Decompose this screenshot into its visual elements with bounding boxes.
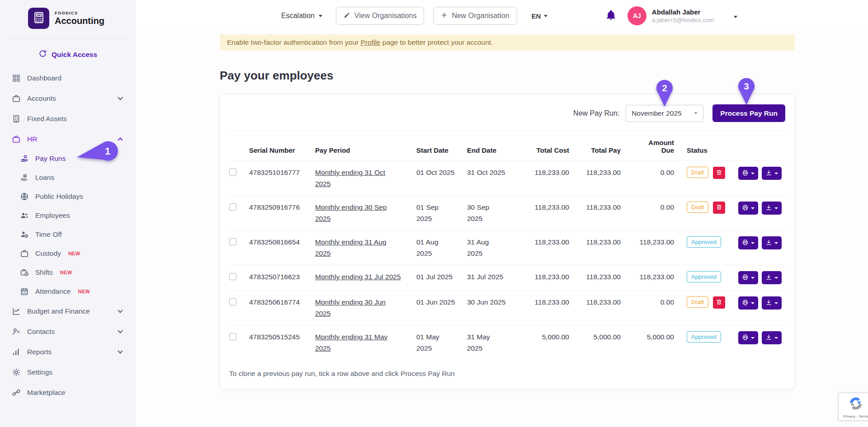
sidebar-item-time-off[interactable]: Time Off xyxy=(0,225,136,244)
header-row: Serial NumberPay PeriodStart DateEnd Dat… xyxy=(229,131,785,161)
refresh-icon xyxy=(38,49,47,60)
pay-period-link[interactable]: Monthly ending 31 Jul 2025 xyxy=(315,273,401,281)
download-dropdown-button[interactable] xyxy=(762,271,782,284)
print-dropdown-button[interactable] xyxy=(738,331,758,344)
sidebar-item-label: Fixed Assets xyxy=(27,115,67,123)
start-date: 01 Oct 2025 xyxy=(416,161,467,196)
grid-icon xyxy=(12,74,21,83)
pay-period-link[interactable]: Monthly ending 30 Sep2025 xyxy=(315,203,387,222)
user-clock-icon xyxy=(20,230,29,239)
delete-button[interactable] xyxy=(713,296,725,309)
download-dropdown-button[interactable] xyxy=(762,296,782,310)
sidebar-item-contacts[interactable]: Contacts xyxy=(0,321,136,342)
row-checkbox[interactable] xyxy=(229,238,236,245)
sidebar-item-custody[interactable]: CustodyNEW xyxy=(0,244,136,263)
print-dropdown-button[interactable] xyxy=(738,167,758,180)
sidebar-item-label: Time Off xyxy=(35,230,62,239)
user-name: Abdallah Jaber xyxy=(652,8,714,16)
building-icon xyxy=(12,114,21,123)
print-dropdown-button[interactable] xyxy=(738,202,758,215)
organisation-switcher-dropdown[interactable]: Escalation xyxy=(281,12,322,20)
pay-run-month-value: November 2025 xyxy=(632,109,681,117)
chevron-down-icon xyxy=(774,207,778,209)
sidebar-item-marketplace[interactable]: Marketplace xyxy=(0,382,136,403)
sidebar-item-label: Attendance xyxy=(35,287,71,296)
chevron-down-icon xyxy=(774,337,778,339)
chevron-down-icon xyxy=(118,308,123,313)
sidebar-item-employees[interactable]: Employees xyxy=(0,206,136,225)
app-logo[interactable] xyxy=(28,8,49,29)
cash-hand-icon xyxy=(20,154,29,163)
recaptcha-badge[interactable]: Privacy - Terms xyxy=(838,393,868,421)
notifications-button[interactable] xyxy=(605,9,617,23)
start-date: 01 Sep2025 xyxy=(416,196,467,230)
new-organisation-button[interactable]: New Organisation xyxy=(433,7,517,25)
printer-icon xyxy=(742,274,749,282)
print-dropdown-button[interactable] xyxy=(738,236,758,249)
row-checkbox[interactable] xyxy=(229,203,236,211)
recaptcha-privacy-terms[interactable]: Privacy - Terms xyxy=(840,414,868,418)
user-info: Abdallah Jaber a.jaber+5@foodics.com xyxy=(652,8,714,23)
sidebar-item-shifts[interactable]: ShiftsNEW xyxy=(0,263,136,282)
new-badge: NEW xyxy=(60,270,72,275)
download-dropdown-button[interactable] xyxy=(762,331,782,344)
status-badge: Approved xyxy=(687,271,721,282)
bell-icon xyxy=(605,9,617,23)
end-date: 31 May2025 xyxy=(467,325,520,360)
avatar[interactable]: AJ xyxy=(627,6,646,25)
sidebar-item-fixed-assets[interactable]: Fixed Assets xyxy=(0,108,136,129)
download-dropdown-button[interactable] xyxy=(762,236,782,249)
brand-name-label: Accounting xyxy=(55,16,104,26)
language-dropdown[interactable]: EN xyxy=(532,12,548,20)
sidebar-item-dashboard[interactable]: Dashboard xyxy=(0,68,136,88)
pay-period-link[interactable]: Monthly ending 30 Jun2025 xyxy=(315,298,386,317)
view-organisations-button[interactable]: View Organisations xyxy=(336,7,425,25)
row-checkbox[interactable] xyxy=(229,169,236,176)
status-badge: Draft xyxy=(687,296,708,308)
checkbox-column-header xyxy=(229,131,249,161)
serial-number: 4783250716623 xyxy=(249,265,315,291)
delete-button[interactable] xyxy=(713,167,725,179)
print-dropdown-button[interactable] xyxy=(738,296,758,310)
printer-icon xyxy=(742,169,749,178)
row-checkbox[interactable] xyxy=(229,273,236,280)
sidebar-item-loans[interactable]: Loans xyxy=(0,168,136,187)
row-checkbox[interactable] xyxy=(229,298,236,305)
brand-text: FOODICS Accounting xyxy=(55,11,104,26)
amount-due: 0.00 xyxy=(624,291,678,325)
pay-period-link[interactable]: Monthly ending 31 May2025 xyxy=(315,333,387,352)
sidebar-item-reports[interactable]: Reports xyxy=(0,342,136,362)
sidebar-item-label: Reports xyxy=(27,348,52,356)
row-checkbox[interactable] xyxy=(229,333,236,340)
pay-period-link[interactable]: Monthly ending 31 Aug2025 xyxy=(315,238,387,257)
total-pay: 118,233.00 xyxy=(573,291,624,325)
profile-link[interactable]: Profile xyxy=(361,38,381,46)
status-badge: Approved xyxy=(687,331,721,343)
trash-icon xyxy=(716,299,722,307)
sidebar-item-attendance[interactable]: AttendanceNEW xyxy=(0,282,136,301)
pay-period-link[interactable]: Monthly ending 31 Oct2025 xyxy=(315,169,385,188)
briefcase-clock-icon xyxy=(20,268,29,277)
sidebar-item-label: Accounts xyxy=(27,94,56,103)
download-dropdown-button[interactable] xyxy=(762,202,782,215)
download-dropdown-button[interactable] xyxy=(762,167,782,180)
chevron-down-icon xyxy=(694,112,698,114)
chevron-down-icon xyxy=(751,337,755,339)
users-icon xyxy=(20,211,29,220)
serial-number: 4783250816654 xyxy=(249,230,315,265)
sidebar-item-accounts[interactable]: Accounts xyxy=(0,88,136,108)
print-dropdown-button[interactable] xyxy=(738,271,758,284)
sidebar-item-public-holidays[interactable]: Public Holidays xyxy=(0,187,136,206)
quick-access-button[interactable]: Quick Access xyxy=(0,39,136,65)
process-pay-run-button[interactable]: Process Pay Run xyxy=(712,104,785,122)
delete-button[interactable] xyxy=(713,202,725,214)
sidebar-item-settings[interactable]: Settings xyxy=(0,362,136,382)
sidebar-item-label: Employees xyxy=(35,211,70,220)
user-menu-button[interactable] xyxy=(734,12,737,20)
sidebar: FOODICS Accounting Quick Access Dashboar… xyxy=(0,0,136,427)
status-badge: Draft xyxy=(687,202,708,213)
end-date: 31 Jul 2025 xyxy=(467,265,520,291)
sidebar-item-budget-and-finance[interactable]: Budget and Finance xyxy=(0,301,136,321)
sidebar-item-label: Pay Runs xyxy=(35,155,66,163)
hand-coins-icon xyxy=(20,173,29,182)
